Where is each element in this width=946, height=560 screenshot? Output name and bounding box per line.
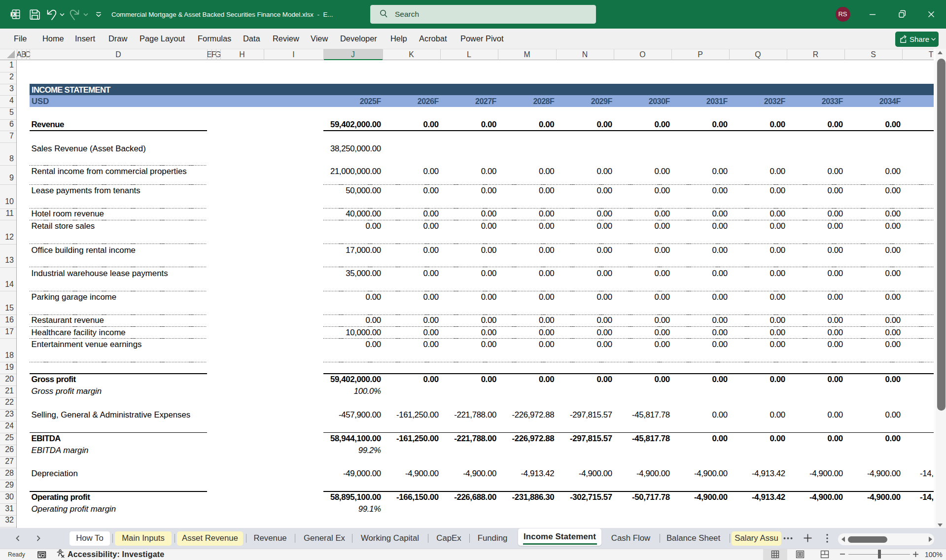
svg-text:X: X xyxy=(12,12,15,17)
